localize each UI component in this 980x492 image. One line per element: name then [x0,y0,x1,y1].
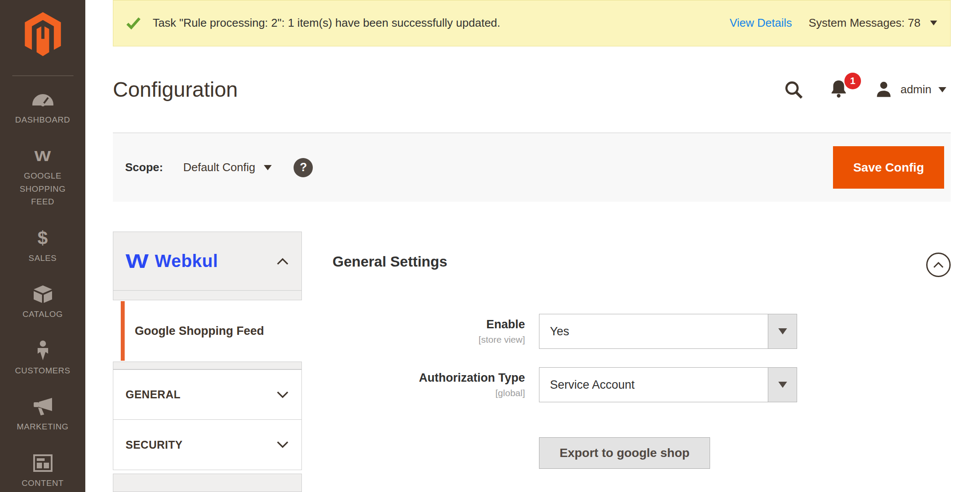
check-icon [126,17,141,30]
save-config-button[interactable]: Save Config [833,146,944,189]
field-row-enable: Enable [store view] Yes [332,314,951,349]
dashboard-gauge-icon [32,90,54,109]
chevron-down-icon [930,21,937,25]
sidebar-item-label: CATALOG [22,308,63,320]
chevron-down-icon [778,382,787,388]
system-message-bar: Task "Rule processing: 2": 1 item(s) hav… [113,0,951,46]
page-header: Configuration 1 admin [113,46,951,133]
customers-person-icon [36,341,49,360]
webkul-w-icon: W [35,146,51,165]
sidebar-nav: DASHBOARD W GOOGLE SHOPPING FEED $ SALES [0,79,85,492]
export-to-google-shop-button[interactable]: Export to google shop [539,437,710,469]
chevron-down-icon [276,391,289,399]
admin-user-menu[interactable]: admin [874,80,946,99]
config-section-general[interactable]: GENERAL [113,369,302,420]
chevron-down-icon [778,328,787,334]
field-scope-hint: [global] [332,388,525,398]
vendor-name: Webkul [155,251,218,271]
scope-switcher[interactable]: Default Config [183,161,272,174]
sidebar-item-label: SALES [28,252,56,264]
chevron-down-icon [938,87,946,92]
admin-user-name: admin [900,83,931,96]
sidebar-item-content[interactable]: CONTENT [0,442,85,492]
notification-badge: 1 [844,73,861,89]
scope-value: Default Config [183,161,256,174]
sidebar-item-label: CONTENT [21,477,63,489]
active-tab-indicator [121,301,125,361]
sidebar-item-label: DASHBOARD [15,113,70,126]
nav-strip [113,291,302,300]
marketing-megaphone-icon [33,397,53,416]
config-tab-google-shopping-feed[interactable]: Google Shopping Feed [113,300,302,362]
sidebar-divider [12,75,74,76]
sidebar-item-dashboard[interactable]: DASHBOARD [0,79,85,135]
sidebar-item-google-shopping-feed[interactable]: W GOOGLE SHOPPING FEED [0,135,85,217]
sidebar-item-label: GOOGLE SHOPPING FEED [10,169,76,208]
sidebar-item-label: MARKETING [17,420,68,433]
webkul-logo: W Webkul [126,249,218,274]
view-details-link[interactable]: View Details [730,16,792,30]
select-arrow-button[interactable] [768,368,797,402]
webkul-w-icon: W [126,251,149,271]
config-nav-panel: W Webkul Google Shopping Feed GENERAL [113,232,302,492]
chevron-up-icon [276,257,289,265]
chevron-down-icon [276,441,289,449]
select-arrow-button[interactable] [768,314,797,348]
sidebar-item-marketing[interactable]: MARKETING [0,386,85,442]
scope-bar: Scope: Default Config ? Save Config [113,133,951,202]
system-messages-label: System Messages: 78 [808,16,920,30]
settings-section-title: General Settings [332,253,447,270]
dollar-icon: $ [38,228,48,248]
search-icon[interactable] [784,80,803,99]
catalog-box-icon [33,285,53,304]
section-label: GENERAL [126,388,181,401]
chevron-down-icon [264,165,272,170]
scope-label: Scope: [125,161,163,174]
user-avatar-icon [874,80,893,99]
field-scope-hint: [store view] [332,334,525,345]
authorization-type-select[interactable]: Service Account [539,367,797,402]
collapse-section-button[interactable] [926,253,951,277]
sidebar-item-label: CUSTOMERS [15,364,70,377]
general-settings-panel: General Settings Enable [store view] Yes [302,232,951,469]
section-label: SECURITY [126,439,182,451]
system-message-text: Task "Rule processing: 2": 1 item(s) hav… [153,16,500,30]
sidebar-item-sales[interactable]: $ SALES [0,217,85,273]
sidebar-item-customers[interactable]: CUSTOMERS [0,330,85,386]
notifications-bell[interactable]: 1 [829,79,849,101]
active-tab-label: Google Shopping Feed [135,324,264,338]
field-label: Authorization Type [332,371,525,385]
content-area: W Webkul Google Shopping Feed GENERAL [113,232,951,492]
vendor-group-header[interactable]: W Webkul [113,232,302,291]
config-section-partial[interactable] [113,474,302,492]
sidebar-item-catalog[interactable]: CATALOG [0,273,85,329]
admin-sidebar: DASHBOARD W GOOGLE SHOPPING FEED $ SALES [0,0,85,492]
help-icon[interactable]: ? [294,158,313,177]
content-layout-icon [33,453,52,473]
field-row-authorization-type: Authorization Type [global] Service Acco… [332,367,951,402]
chevron-up-icon [933,261,944,268]
system-messages-toggle[interactable]: System Messages: 78 [808,16,937,30]
field-label: Enable [332,317,525,331]
config-section-security[interactable]: SECURITY [113,420,302,470]
select-value: Service Account [550,378,635,392]
main-column: Task "Rule processing: 2": 1 item(s) hav… [85,0,980,492]
select-value: Yes [550,325,569,338]
enable-select[interactable]: Yes [539,314,797,349]
page-title: Configuration [113,77,238,102]
nav-strip [113,362,302,369]
magento-logo-icon[interactable] [23,11,63,59]
